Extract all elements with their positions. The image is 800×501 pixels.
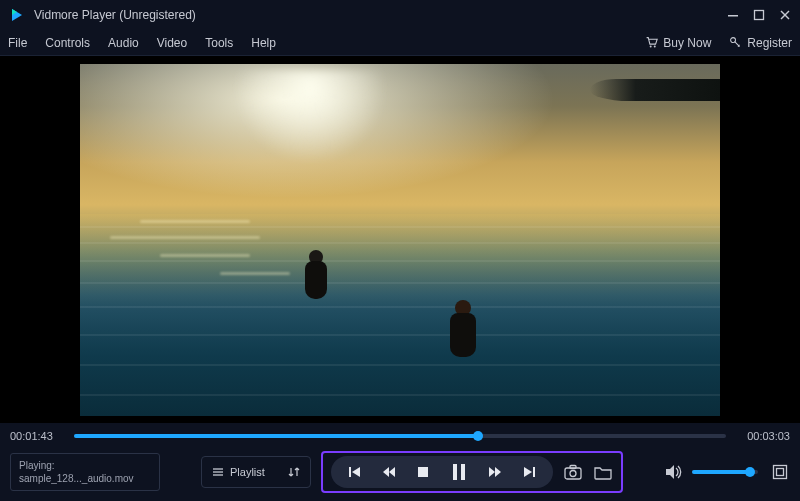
video-viewport[interactable] — [0, 56, 800, 423]
now-playing-label: Playing: — [19, 459, 151, 472]
titlebar: Vidmore Player (Unregistered) — [0, 0, 800, 30]
total-time: 00:03:03 — [736, 430, 790, 442]
svg-point-7 — [654, 46, 656, 48]
open-file-button[interactable] — [593, 462, 613, 482]
cart-icon — [645, 36, 658, 49]
list-icon — [212, 466, 224, 478]
menu-tools[interactable]: Tools — [205, 36, 233, 50]
svg-marker-19 — [489, 467, 495, 477]
video-frame — [80, 64, 720, 416]
svg-rect-12 — [349, 467, 351, 477]
transport-controls — [331, 456, 553, 488]
svg-rect-2 — [728, 15, 738, 17]
forward-button[interactable] — [487, 464, 503, 480]
now-playing-file: sample_128..._audio.mov — [19, 472, 151, 485]
svg-rect-28 — [777, 469, 784, 476]
svg-marker-14 — [383, 467, 389, 477]
window-title: Vidmore Player (Unregistered) — [34, 8, 726, 22]
svg-marker-21 — [524, 467, 532, 477]
svg-point-24 — [570, 471, 576, 477]
svg-rect-27 — [774, 466, 787, 479]
controls-row: Playing: sample_128..._audio.mov Playlis… — [0, 449, 800, 501]
register-button[interactable]: Register — [729, 36, 792, 50]
key-icon — [729, 36, 742, 49]
now-playing-panel: Playing: sample_128..._audio.mov — [10, 453, 160, 491]
svg-rect-17 — [453, 464, 457, 480]
svg-rect-3 — [755, 11, 764, 20]
volume-control — [664, 462, 758, 482]
maximize-button[interactable] — [752, 8, 766, 22]
menubar: File Controls Audio Video Tools Help Buy… — [0, 30, 800, 56]
elapsed-time: 00:01:43 — [10, 430, 64, 442]
progress-row: 00:01:43 00:03:03 — [0, 423, 800, 449]
playlist-button[interactable]: Playlist — [201, 456, 311, 488]
svg-rect-18 — [461, 464, 465, 480]
svg-rect-25 — [570, 466, 576, 469]
seek-fill — [74, 434, 478, 438]
menu-video[interactable]: Video — [157, 36, 187, 50]
seek-bar[interactable] — [74, 434, 726, 438]
svg-point-6 — [650, 46, 652, 48]
register-label: Register — [747, 36, 792, 50]
buy-now-button[interactable]: Buy Now — [645, 36, 711, 50]
volume-fill — [692, 470, 750, 474]
svg-marker-26 — [666, 465, 674, 479]
stop-button[interactable] — [415, 464, 431, 480]
next-button[interactable] — [521, 464, 537, 480]
snapshot-button[interactable] — [563, 462, 583, 482]
menu-file[interactable]: File — [8, 36, 27, 50]
sort-icon — [288, 466, 300, 478]
app-logo-icon — [8, 6, 26, 24]
transport-highlight — [321, 451, 623, 493]
svg-marker-20 — [495, 467, 501, 477]
pause-button[interactable] — [449, 462, 469, 482]
minimize-button[interactable] — [726, 8, 740, 22]
seek-handle[interactable] — [473, 431, 483, 441]
svg-rect-22 — [533, 467, 535, 477]
buy-now-label: Buy Now — [663, 36, 711, 50]
svg-marker-15 — [389, 467, 395, 477]
playlist-label: Playlist — [230, 466, 265, 478]
menu-help[interactable]: Help — [251, 36, 276, 50]
svg-rect-23 — [565, 468, 581, 479]
rewind-button[interactable] — [381, 464, 397, 480]
volume-slider[interactable] — [692, 470, 758, 474]
volume-button[interactable] — [664, 462, 684, 482]
svg-marker-13 — [352, 467, 360, 477]
menu-audio[interactable]: Audio — [108, 36, 139, 50]
volume-handle[interactable] — [745, 467, 755, 477]
menu-controls[interactable]: Controls — [45, 36, 90, 50]
close-button[interactable] — [778, 8, 792, 22]
prev-button[interactable] — [347, 464, 363, 480]
svg-rect-16 — [418, 467, 428, 477]
fullscreen-button[interactable] — [770, 462, 790, 482]
